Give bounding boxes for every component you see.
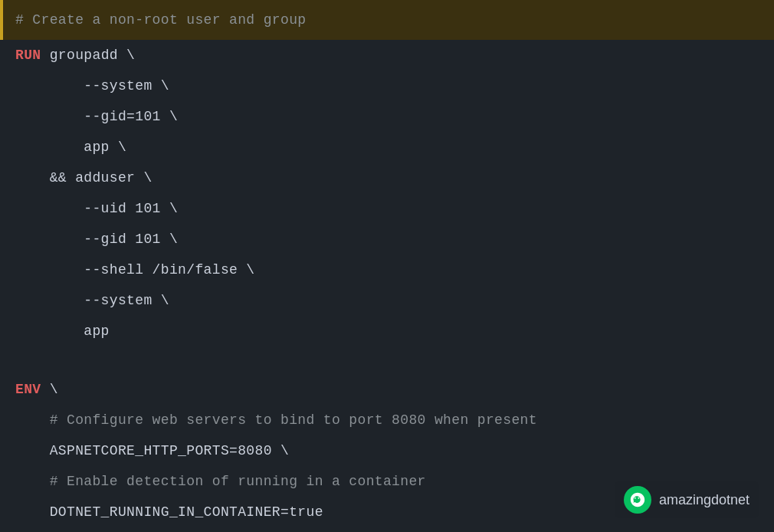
code-line: && adduser \: [0, 163, 774, 193]
code-text: --system \: [15, 75, 169, 97]
code-line: --gid 101 \: [0, 224, 774, 255]
code-text: # Enable detection of running in a conta…: [15, 471, 426, 493]
code-container: # Create a non-root user and group RUN g…: [0, 0, 774, 532]
code-text: --gid=101 \: [15, 106, 178, 128]
code-line: RUN groupadd \: [0, 40, 774, 71]
code-line: app: [0, 316, 774, 346]
code-text: --shell /bin/false \: [15, 259, 255, 281]
code-text: --uid 101 \: [15, 198, 178, 220]
code-text: # Configure web servers to bind to port …: [15, 409, 537, 432]
wechat-icon: [624, 486, 651, 514]
code-text: ENV \: [15, 379, 58, 401]
blank-line: [0, 346, 774, 374]
watermark-label: amazingdotnet: [659, 492, 749, 508]
code-line: ASPNETCORE_HTTP_PORTS=8080 \: [0, 435, 774, 466]
highlighted-comment-line: # Create a non-root user and group: [0, 0, 774, 40]
code-text: RUN groupadd \: [15, 44, 135, 67]
watermark: amazingdotnet: [615, 481, 759, 518]
code-line: --system \: [0, 285, 774, 316]
comment-text: # Create a non-root user and group: [15, 12, 307, 28]
code-text: --gid 101 \: [15, 228, 178, 251]
code-line: ENV \: [0, 374, 774, 405]
code-line: --uid 101 \: [0, 193, 774, 224]
code-line: app \: [0, 132, 774, 163]
code-text: app \: [15, 136, 126, 159]
code-line: --shell /bin/false \: [0, 255, 774, 285]
code-text: DOTNET_RUNNING_IN_CONTAINER=true: [15, 501, 323, 524]
code-text: && adduser \: [15, 167, 153, 189]
code-text: ASPNETCORE_HTTP_PORTS=8080 \: [15, 440, 289, 462]
code-line: --system \: [0, 71, 774, 101]
code-line: # Configure web servers to bind to port …: [0, 405, 774, 435]
code-text: app: [15, 320, 110, 343]
code-line: --gid=101 \: [0, 101, 774, 132]
code-text: --system \: [15, 290, 169, 312]
